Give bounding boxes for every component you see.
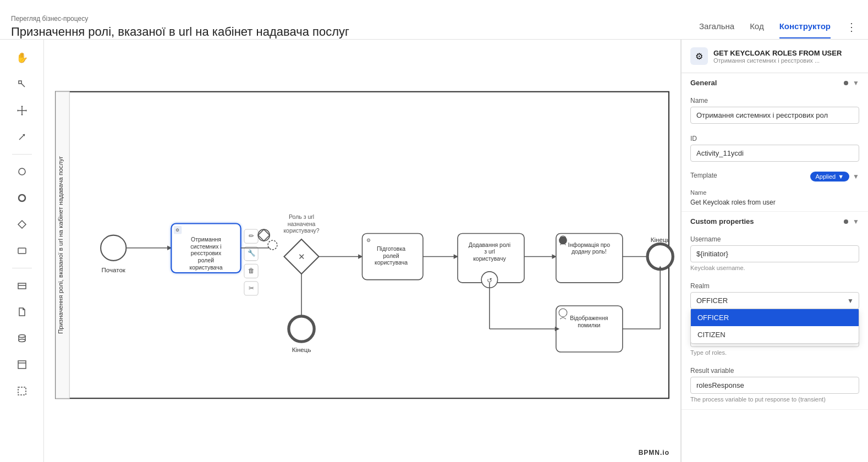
toolbar-divider-1: [12, 154, 32, 155]
event-tool[interactable]: [10, 160, 34, 183]
toolbar-divider-2: [12, 268, 32, 268]
custom-section-title: Custom properties: [690, 217, 754, 226]
svg-rect-22: [18, 387, 26, 395]
svg-point-11: [19, 195, 25, 201]
connect-tool[interactable]: [10, 125, 34, 148]
selection-tool[interactable]: [10, 380, 34, 403]
header-nav: Загальна Код Конструктор ⋮: [699, 20, 857, 39]
realm-option-citizen[interactable]: CITIZEN: [691, 326, 859, 343]
svg-text:додану роль!: додану роль!: [572, 248, 607, 255]
template-badge-chevron: ▼: [838, 173, 844, 180]
nav-more-icon[interactable]: ⋮: [846, 20, 857, 39]
id-field-group: ID: [682, 130, 868, 168]
template-section-chevron[interactable]: ▼: [853, 173, 859, 180]
id-label: ID: [690, 135, 859, 142]
svg-text:✕: ✕: [298, 252, 305, 261]
svg-text:назначена: назначена: [288, 221, 316, 227]
general-section: General ▼ Name ID Template: [682, 73, 868, 212]
rectangle-tool[interactable]: [10, 239, 34, 262]
svg-point-79: [647, 244, 673, 269]
svg-text:користувачу?: користувачу?: [283, 227, 319, 234]
template-label: Template: [690, 172, 717, 179]
general-section-chevron: ▼: [853, 79, 859, 87]
username-label: Username: [690, 235, 859, 243]
svg-text:ролей: ролей: [383, 252, 399, 259]
svg-rect-14: [18, 283, 26, 289]
breadcrumb: Перегляд бізнес-процесу: [11, 15, 349, 23]
realm-field-group: Realm OFFICER CITIZEN ▼ OFFICER CITIZEN: [682, 278, 868, 316]
svg-text:Роль з url: Роль з url: [289, 213, 314, 220]
svg-text:🔧: 🔧: [248, 249, 256, 257]
end-event-tool[interactable]: [10, 186, 34, 210]
svg-text:Підготовка: Підготовка: [377, 245, 405, 252]
result-variable-hint: The process variable to put response to …: [690, 396, 859, 403]
toolbar: ✋: [0, 40, 44, 462]
doc-tool[interactable]: [10, 300, 34, 323]
cylinder-tool[interactable]: [10, 327, 34, 350]
nav-constructor[interactable]: Конструктор: [779, 21, 831, 38]
svg-marker-12: [18, 221, 26, 228]
svg-marker-5: [26, 109, 27, 112]
nav-general[interactable]: Загальна: [699, 21, 734, 38]
svg-text:системних і: системних і: [190, 243, 221, 250]
canvas[interactable]: Призначення ролі, вказаної в url на кабі…: [44, 40, 681, 462]
header-left: Перегляд бізнес-процесу Призначення ролі…: [11, 15, 349, 39]
svg-rect-0: [19, 81, 21, 84]
bpmn-diagram: Призначення ролі, вказаної в url на кабі…: [44, 40, 680, 462]
template-name-value: Get Keycloak roles from user: [690, 199, 776, 206]
result-variable-input[interactable]: [690, 377, 859, 394]
realm-dropdown-menu: OFFICER CITIZEN: [690, 309, 859, 344]
svg-marker-6: [21, 106, 23, 107]
svg-text:Додавання ролі: Додавання ролі: [469, 241, 510, 248]
store-tool[interactable]: [10, 274, 34, 297]
template-row: Template Applied ▼ ▼: [682, 168, 868, 187]
svg-text:Призначення ролі, вказаної в u: Призначення ролі, вказаної в url на кабі…: [57, 156, 64, 334]
svg-text:🗑: 🗑: [248, 267, 255, 274]
general-section-header[interactable]: General ▼: [682, 73, 868, 92]
id-input[interactable]: [690, 145, 859, 162]
custom-section-dot: [844, 219, 848, 224]
move-tool[interactable]: [10, 99, 34, 122]
svg-text:ролей: ролей: [198, 257, 214, 263]
hand-tool[interactable]: ✋: [10, 46, 34, 69]
svg-point-19: [19, 339, 25, 342]
svg-text:користувача: користувача: [375, 259, 408, 266]
svg-marker-4: [17, 109, 18, 112]
svg-point-10: [19, 168, 25, 175]
svg-text:⚙: ⚙: [366, 237, 371, 243]
panel-tool[interactable]: [10, 353, 34, 376]
page-title: Призначення ролі, вказаної в url на кабі…: [11, 25, 349, 39]
panel-header-text: GET KEYCLOAK ROLES FROM USER Отримання с…: [713, 49, 842, 64]
svg-point-16: [19, 335, 25, 338]
svg-rect-20: [18, 361, 26, 369]
realm-option-officer[interactable]: OFFICER: [691, 309, 859, 326]
realm-select[interactable]: OFFICER CITIZEN: [690, 292, 859, 309]
svg-text:⚙: ⚙: [175, 227, 179, 233]
name-label: Name: [690, 97, 859, 105]
svg-text:✏: ✏: [249, 233, 254, 239]
name-input[interactable]: [690, 107, 859, 124]
svg-marker-7: [21, 114, 23, 116]
main: ✋: [0, 40, 868, 462]
name-field-group: Name: [682, 92, 868, 130]
general-section-title: General: [690, 79, 717, 87]
realm-dropdown-container: OFFICER CITIZEN ▼ OFFICER CITIZEN: [690, 292, 859, 309]
result-variable-field-group: Result variable The process variable to …: [682, 362, 868, 409]
role-type-hint: Type of roles.: [690, 349, 859, 356]
template-badge[interactable]: Applied ▼: [810, 172, 850, 182]
svg-point-46: [258, 229, 270, 241]
svg-point-26: [101, 235, 126, 261]
panel-header: ⚙ GET KEYCLOAK ROLES FROM USER Отримання…: [682, 40, 868, 73]
side-panel: ⚙ GET KEYCLOAK ROLES FROM USER Отримання…: [681, 40, 868, 462]
bpmn-brand: BPMN.io: [639, 449, 669, 457]
svg-text:помилки: помилки: [578, 322, 600, 328]
pointer-tool[interactable]: [10, 73, 34, 96]
svg-text:Початок: Початок: [102, 267, 126, 273]
realm-label: Realm: [690, 282, 859, 290]
svg-text:Відображення: Відображення: [570, 315, 608, 321]
diamond-tool[interactable]: [10, 213, 34, 236]
username-input[interactable]: [690, 245, 859, 262]
template-name-label: Name: [690, 189, 706, 196]
nav-code[interactable]: Код: [750, 21, 764, 38]
custom-section-header[interactable]: Custom properties ▼: [682, 212, 868, 231]
